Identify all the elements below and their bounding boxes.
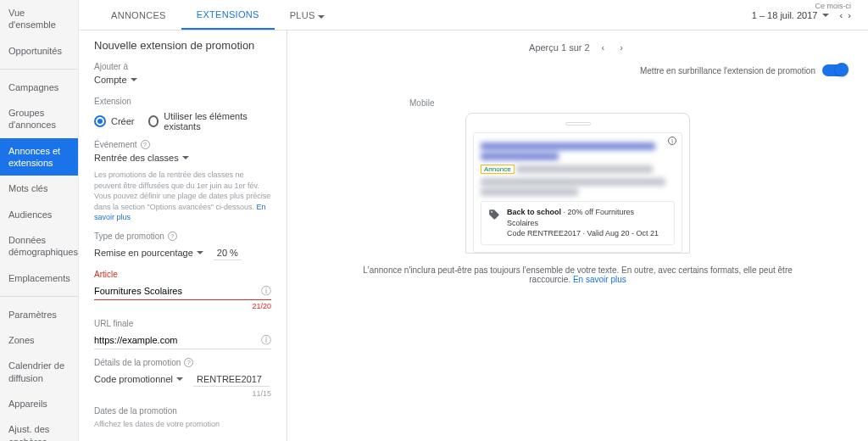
tab-extensions[interactable]: EXTENSIONS [181,1,275,30]
sidebar-item-demographics[interactable]: Données démographiques [0,227,78,265]
form-panel: Nouvelle extension de promotion Ajouter … [79,31,287,441]
sidebar-item-schedule[interactable]: Calendrier de diffusion [0,353,78,391]
promo-extension-preview: Back to school · 20% off Fournitures Sco… [481,201,675,245]
sidebar-item-ads-extensions[interactable]: Annonces et extensions [0,138,78,176]
chevron-down-icon [182,156,189,159]
sidebar-item-opportunities[interactable]: Opportunités [0,38,78,64]
sidebar-item-bid-adjust[interactable]: Ajust. des enchères avancés [0,416,78,441]
percent-input[interactable]: 20 % [214,246,242,260]
help-icon[interactable]: ? [141,140,150,149]
left-nav: Vue d'ensemble Opportunités Campagnes Gr… [0,0,79,441]
sidebar-item-devices[interactable]: Appareils [0,391,78,416]
sidebar-item-audiences[interactable]: Audiences [0,202,78,227]
info-icon[interactable]: ⓘ [261,284,271,299]
sidebar-item-keywords[interactable]: Mots clés [0,176,78,201]
chevron-down-icon [318,15,325,19]
sidebar-item-adgroups[interactable]: Groupes d'annonces [0,100,78,138]
preview-disclaimer: L'annonce n'inclura peut-être pas toujou… [358,265,798,284]
event-dropdown[interactable]: Rentrée des classes [94,149,271,166]
promo-details-label: Détails de la promotion? [94,358,271,367]
chevron-down-icon [176,377,183,381]
preview-panel: Aperçu 1 sur 2 ‹ › Mettre en surbrillanc… [287,31,868,441]
promo-dates-sub: Affichez les dates de votre promotion [94,419,271,430]
phone-preview: i Annonce Back t [465,113,690,254]
chevron-down-icon [822,14,829,17]
learn-more-link[interactable]: En savoir plus [573,275,626,284]
ad-badge: Annonce [481,165,515,174]
tag-icon [488,209,500,220]
event-label: Événement? [94,140,271,149]
date-range-picker[interactable]: Ce mois-ci 1 – 18 juil. 2017 ‹ › [752,2,851,20]
sidebar-item-overview[interactable]: Vue d'ensemble [0,0,78,38]
sidebar-item-campaigns[interactable]: Campagnes [0,75,78,100]
sidebar-item-zones[interactable]: Zones [0,327,78,353]
chevron-down-icon [131,78,137,81]
top-tabs: ANNONCES EXTENSIONS PLUS Ce mois-ci 1 – … [79,0,868,31]
preview-prev[interactable]: ‹ [598,39,609,56]
radio-create[interactable]: Créer [94,115,135,127]
preview-counter: Aperçu 1 sur 2 [529,42,590,53]
sidebar-item-placements[interactable]: Emplacements [0,265,78,291]
final-url-input[interactable] [94,332,271,349]
radio-use-existing[interactable]: Utiliser les éléments existants [148,111,271,131]
article-counter: 21/20 [94,302,271,310]
device-label: Mobile [409,98,848,108]
promo-type-label: Type de promotion? [94,232,271,241]
tab-more[interactable]: PLUS [275,2,340,29]
add-to-dropdown[interactable]: Compte [94,71,271,88]
promo-code-counter: 11/15 [94,389,271,398]
article-label: Article [94,270,271,279]
form-title: Nouvelle extension de promotion [94,39,271,52]
article-input[interactable] [94,282,271,300]
help-icon[interactable]: ? [168,232,177,241]
sidebar-item-settings[interactable]: Paramètres [0,302,78,327]
promo-type-dropdown[interactable]: Remise en pourcentage [94,244,203,261]
extension-label: Extension [94,97,271,106]
event-help: Les promotions de la rentrée des classes… [94,170,271,223]
info-icon[interactable]: ⓘ [261,333,271,348]
highlight-toggle[interactable] [822,64,848,76]
final-url-label: URL finale [94,319,271,328]
tab-announcements[interactable]: ANNONCES [96,2,181,29]
help-icon[interactable]: ? [184,358,193,367]
preview-next[interactable]: › [616,39,626,56]
promo-dates-label: Dates de la promotion [94,406,271,416]
phone-notch-icon [565,122,591,126]
promo-code-input[interactable]: RENTREE2017 [193,372,270,387]
highlight-label: Mettre en surbrillance l'extension de pr… [640,66,815,75]
chevron-down-icon [197,251,203,254]
add-to-label: Ajouter à [94,62,271,71]
promo-details-dropdown[interactable]: Code promotionnel [94,371,183,388]
